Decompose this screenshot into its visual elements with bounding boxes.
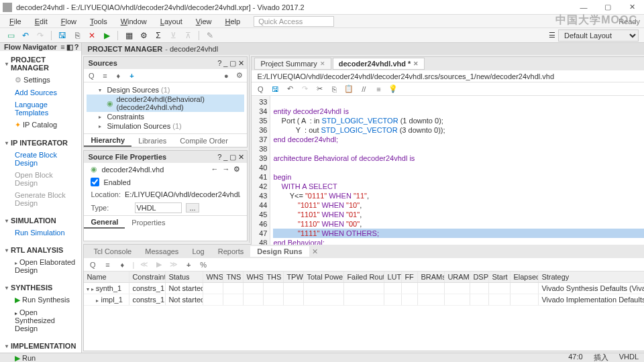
- copy-icon[interactable]: ⎘: [72, 30, 83, 41]
- section-ip-integrator[interactable]: IP INTEGRATOR: [0, 137, 81, 149]
- layout-dropdown[interactable]: Default Layout: [558, 29, 639, 42]
- table-row[interactable]: ▾ ▸ synth_1constrs_1Not startedVivado Sy…: [84, 283, 644, 294]
- section-rtl-analysis[interactable]: RTL ANALYSIS: [0, 244, 81, 256]
- tab-reports[interactable]: Reports: [211, 246, 251, 257]
- menu-edit[interactable]: Edit: [30, 16, 53, 27]
- ed-bulb-icon[interactable]: 💡: [388, 84, 398, 94]
- back-icon[interactable]: ↶: [20, 30, 31, 41]
- type-field[interactable]: [135, 202, 182, 213]
- minimize-button[interactable]: —: [574, 1, 593, 13]
- nav-run-implementation[interactable]: ▶Run Implementation: [0, 352, 81, 362]
- new-icon[interactable]: ▭: [5, 30, 16, 41]
- close-tab-icon[interactable]: ✕: [320, 60, 325, 67]
- src-help-icon[interactable]: ?: [217, 59, 221, 68]
- dr-percent-icon[interactable]: %: [199, 260, 208, 269]
- settings-icon[interactable]: ⚙: [138, 30, 149, 41]
- dr-ff-icon[interactable]: ≫: [169, 260, 178, 269]
- p-help-icon[interactable]: ?: [217, 153, 221, 162]
- tab-close-icon[interactable]: ✕: [312, 247, 318, 256]
- stop-icon[interactable]: ▦: [123, 30, 134, 41]
- nav-open-elaborated-design[interactable]: ▸ Open Elaborated Design: [0, 256, 81, 276]
- ed-format-icon[interactable]: ≡: [374, 84, 383, 94]
- tab-libraries[interactable]: Libraries: [131, 135, 173, 146]
- nav-settings[interactable]: ⚙ Settings: [0, 74, 81, 86]
- tab-design-runs[interactable]: Design Runs: [250, 246, 309, 257]
- src-max-icon[interactable]: ▢: [229, 59, 236, 68]
- p-close-icon[interactable]: ✕: [238, 153, 244, 162]
- section-implementation[interactable]: IMPLEMENTATION: [0, 340, 81, 352]
- source-file-node[interactable]: decoder24vhdl(Behavioral) (decoder24vhdl…: [116, 95, 244, 111]
- design-sources-node[interactable]: Design Sources (1): [107, 86, 170, 94]
- src-min-icon[interactable]: _: [223, 59, 227, 68]
- menu-tools[interactable]: Tools: [85, 16, 113, 27]
- tab-tcl-console[interactable]: Tcl Console: [87, 246, 138, 257]
- nav-create-block-design[interactable]: Create Block Design: [0, 149, 81, 169]
- ed-copy-icon[interactable]: ⎘: [329, 84, 339, 94]
- pin-icon[interactable]: ◧: [66, 43, 73, 52]
- tab-log[interactable]: Log: [185, 246, 211, 257]
- menu-help[interactable]: Help: [220, 16, 246, 27]
- tab-editor-file[interactable]: decoder24vhdl.vhd *✕: [333, 58, 425, 70]
- ed-redo-icon[interactable]: ↷: [300, 84, 309, 94]
- collapse-icon[interactable]: ≡: [60, 43, 64, 52]
- nav-add-sources[interactable]: Add Sources: [0, 86, 81, 99]
- ed-paste-icon[interactable]: 📋: [344, 84, 354, 94]
- tool3-icon[interactable]: ✎: [205, 30, 215, 41]
- menu-flow[interactable]: Flow: [56, 16, 82, 27]
- nav-language-templates[interactable]: Language Templates: [0, 99, 81, 119]
- dr-add-icon[interactable]: +: [184, 260, 193, 269]
- section-synthesis[interactable]: SYNTHESIS: [0, 282, 81, 294]
- code-text[interactable]: entity decoder24vhdl is Port ( A : in ST…: [270, 96, 644, 258]
- tab-project-summary[interactable]: Project Summary✕: [254, 58, 331, 70]
- sigma-icon[interactable]: Σ: [153, 30, 164, 41]
- prev-icon[interactable]: ←: [211, 165, 218, 174]
- quick-access-search[interactable]: Quick Access: [254, 16, 334, 27]
- sources-tree[interactable]: ▾Design Sources (1) ◉decoder24vhdl(Behav…: [84, 82, 247, 133]
- section-simulation[interactable]: SIMULATION: [0, 215, 81, 227]
- dr-filter-icon[interactable]: ♦: [117, 260, 127, 269]
- dr-rewind-icon[interactable]: ≪: [140, 260, 149, 269]
- add-icon[interactable]: +: [127, 71, 136, 80]
- more-icon[interactable]: ?: [74, 43, 79, 52]
- tab-general[interactable]: General: [84, 217, 125, 229]
- sim-sources-node[interactable]: Simulation Sources (1): [107, 122, 181, 130]
- close-tab-icon[interactable]: ✕: [413, 60, 419, 67]
- tool1-icon[interactable]: ⊻: [168, 30, 178, 41]
- props-gear-icon[interactable]: ⚙: [233, 165, 240, 174]
- dr-play-icon[interactable]: ▶: [154, 260, 164, 269]
- tab-compile-order[interactable]: Compile Order: [173, 135, 235, 146]
- ed-undo-icon[interactable]: ↶: [285, 84, 294, 94]
- menu-view[interactable]: View: [191, 16, 217, 27]
- ed-comment-icon[interactable]: //: [359, 84, 368, 94]
- tab-messages[interactable]: Messages: [138, 246, 185, 257]
- ed-cut-icon[interactable]: ✂: [315, 84, 324, 94]
- menu-window[interactable]: Window: [115, 16, 152, 27]
- cancel-icon[interactable]: ✕: [87, 30, 97, 41]
- save-icon[interactable]: 🖫: [57, 30, 68, 41]
- type-browse-button[interactable]: ...: [186, 203, 199, 213]
- p-max-icon[interactable]: ▢: [229, 153, 236, 162]
- next-icon[interactable]: →: [222, 165, 229, 174]
- ed-search-icon[interactable]: Q: [256, 84, 265, 94]
- tab-properties[interactable]: Properties: [125, 217, 172, 228]
- dr-collapse-icon[interactable]: ≡: [103, 260, 112, 269]
- collapse-all-icon[interactable]: ≡: [100, 71, 109, 80]
- table-row[interactable]: ▸ impl_1constrs_1Not startedVivado Imple…: [84, 294, 644, 306]
- menu-file[interactable]: File: [4, 16, 27, 27]
- gear-icon[interactable]: ⚙: [235, 71, 244, 80]
- nav-ip-catalog[interactable]: ✦ IP Catalog: [0, 119, 81, 131]
- search-icon[interactable]: Q: [87, 71, 96, 80]
- nav-run-simulation[interactable]: Run Simulation: [0, 227, 81, 239]
- section-project-manager[interactable]: PROJECT MANAGER: [0, 54, 81, 74]
- design-runs-table[interactable]: NameConstraintsStatusWNSTNSWHSTHSTPWSTot…: [84, 272, 644, 351]
- maximize-button[interactable]: ▢: [598, 1, 617, 13]
- tool2-icon[interactable]: ⊼: [182, 30, 193, 41]
- enabled-checkbox[interactable]: [91, 178, 99, 186]
- menu-layout[interactable]: Layout: [155, 16, 188, 27]
- src-close-icon[interactable]: ✕: [238, 59, 244, 68]
- filter-icon[interactable]: ●: [221, 71, 231, 80]
- expand-icon[interactable]: ♦: [113, 71, 123, 80]
- p-min-icon[interactable]: _: [223, 153, 227, 162]
- run-icon[interactable]: ▶: [101, 30, 112, 41]
- constraints-node[interactable]: Constraints: [107, 113, 144, 121]
